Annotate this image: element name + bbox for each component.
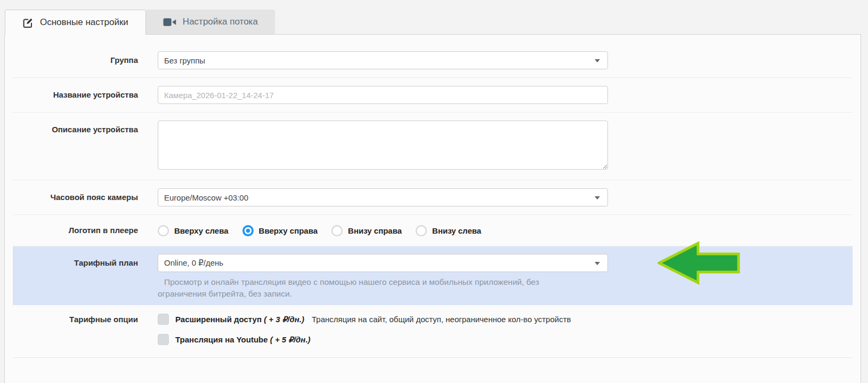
option-extended-access: Расширенный доступ ( + 3 ₽/дн.)Трансляци… bbox=[158, 314, 589, 325]
chevron-down-icon bbox=[595, 196, 600, 200]
logo-position-label: Логотип в плеере bbox=[13, 225, 138, 235]
extended-access-description: Трансляция на сайт, общий доступ, неогра… bbox=[312, 315, 571, 324]
tab-main-settings[interactable]: Основные настройки bbox=[5, 10, 146, 35]
youtube-streaming-title: Трансляция на Youtube bbox=[175, 335, 268, 344]
option-youtube-streaming: Трансляция на Youtube ( + 5 ₽/дн.) bbox=[158, 334, 589, 346]
extended-access-checkbox[interactable] bbox=[158, 314, 169, 325]
timezone-row: Часовой пояс камеры Europe/Moscow +03:00 bbox=[13, 180, 853, 214]
radio-top-right-label: Вверху справа bbox=[259, 226, 318, 235]
settings-tabs: Основные настройки Настройка потока bbox=[5, 10, 275, 35]
radio-top-right[interactable]: Вверху справа bbox=[242, 225, 318, 236]
timezone-select-value: Europe/Moscow +03:00 bbox=[164, 193, 248, 202]
tariff-plan-label: Тарифный план bbox=[13, 254, 138, 267]
timezone-select[interactable]: Europe/Moscow +03:00 bbox=[158, 188, 608, 206]
extended-access-title: Расширенный доступ bbox=[175, 315, 262, 324]
device-description-textarea[interactable] bbox=[158, 121, 608, 170]
youtube-streaming-checkbox[interactable] bbox=[158, 334, 169, 345]
tariff-plan-description: Просмотр и онлайн трансляция видео с пом… bbox=[158, 276, 584, 300]
group-label: Группа bbox=[13, 51, 138, 65]
radio-icon bbox=[416, 225, 427, 236]
timezone-label: Часовой пояс камеры bbox=[13, 188, 138, 202]
group-select[interactable]: Без группы bbox=[158, 51, 608, 69]
youtube-streaming-price: ( + 5 ₽/дн.) bbox=[270, 335, 311, 344]
radio-bottom-right-label: Внизу справа bbox=[348, 226, 402, 235]
radio-checked-icon bbox=[242, 225, 254, 236]
device-name-input[interactable] bbox=[158, 86, 608, 104]
radio-icon bbox=[158, 225, 169, 236]
left-arrow-annotation-icon bbox=[658, 241, 742, 287]
device-description-row: Описание устройства bbox=[13, 112, 853, 180]
group-row: Группа Без группы bbox=[13, 43, 853, 77]
logo-position-radio-group: Вверху слева Вверху справа Внизу справа … bbox=[158, 225, 853, 236]
chevron-down-icon bbox=[595, 262, 600, 265]
camera-settings-page: { "tabs": [ { "label": "Основные настрой… bbox=[0, 0, 868, 383]
tariff-options-label: Тарифные опции bbox=[13, 314, 138, 324]
radio-bottom-left-label: Внизу слева bbox=[432, 226, 481, 235]
tariff-plan-select-value: Online, 0 ₽/день bbox=[164, 258, 223, 268]
tariff-plan-select[interactable]: Online, 0 ₽/день bbox=[158, 254, 608, 272]
chevron-down-icon bbox=[595, 59, 600, 62]
device-name-label: Название устройства bbox=[13, 86, 138, 99]
device-name-row: Название устройства bbox=[13, 77, 853, 112]
tariff-options-row: Тарифные опции Расширенный доступ ( + 3 … bbox=[13, 305, 853, 358]
radio-bottom-right[interactable]: Внизу справа bbox=[331, 225, 402, 236]
extended-access-price: ( + 3 ₽/дн.) bbox=[264, 315, 304, 324]
tab-stream-settings-label: Настройка потока bbox=[183, 17, 258, 27]
device-description-label: Описание устройства bbox=[13, 121, 138, 134]
tab-main-settings-label: Основные настройки bbox=[40, 17, 128, 28]
radio-bottom-left[interactable]: Внизу слева bbox=[416, 225, 481, 236]
radio-top-left[interactable]: Вверху слева bbox=[158, 225, 229, 236]
radio-icon bbox=[331, 225, 343, 236]
radio-top-left-label: Вверху слева bbox=[174, 226, 229, 235]
video-camera-icon bbox=[163, 18, 176, 27]
main-settings-panel: Группа Без группы Название устройства Оп… bbox=[4, 34, 861, 383]
edit-icon bbox=[22, 17, 34, 28]
group-select-value: Без группы bbox=[164, 56, 205, 65]
tab-stream-settings[interactable]: Настройка потока bbox=[146, 10, 275, 34]
